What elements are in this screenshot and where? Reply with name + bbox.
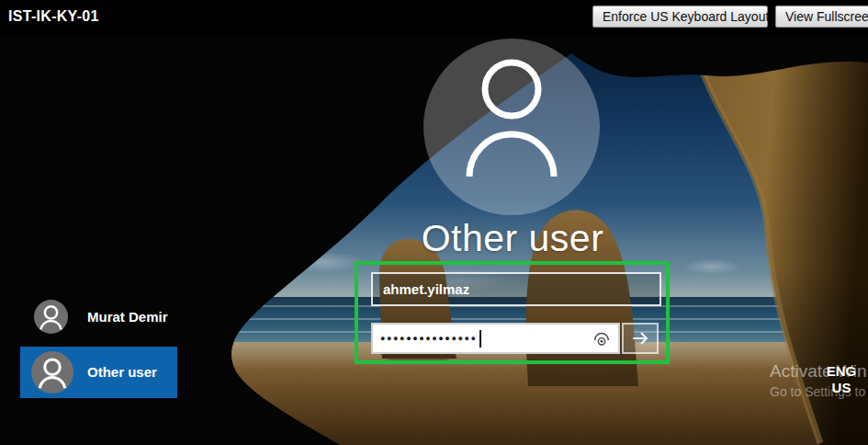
submit-password-button[interactable] — [622, 323, 659, 354]
language-code-label: ENG — [822, 363, 861, 380]
user-name-label: Murat Demir — [87, 309, 168, 325]
language-region-label: US — [822, 380, 861, 396]
person-icon — [423, 39, 600, 215]
person-icon — [31, 351, 73, 394]
avatar — [423, 39, 600, 215]
language-indicator[interactable]: ENG US — [822, 363, 861, 396]
user-name-label: Other user — [87, 364, 157, 380]
username-input[interactable] — [371, 272, 661, 306]
enforce-keyboard-button[interactable]: Enforce US Keyboard Layout — [592, 6, 768, 28]
page-title: Other user — [356, 217, 669, 260]
user-list-item-murat-demir[interactable]: Murat Demir — [20, 296, 177, 340]
user-list-item-other-user[interactable]: Other user — [20, 347, 177, 398]
text-caret — [479, 330, 481, 348]
top-toolbar: IST-IK-KY-01 Enforce US Keyboard Layout … — [0, 0, 868, 37]
reveal-password-icon[interactable] — [592, 329, 612, 349]
view-fullscreen-button[interactable]: View Fullscreen — [775, 6, 868, 28]
user-avatar — [34, 300, 68, 334]
user-avatar — [31, 351, 73, 394]
password-input[interactable]: ●●●●●●●●●●●●●●● — [371, 323, 620, 354]
login-screen: IST-IK-KY-01 Enforce US Keyboard Layout … — [0, 0, 868, 445]
host-label: IST-IK-KY-01 — [8, 8, 99, 25]
right-arrow-icon — [629, 327, 651, 349]
password-dots: ●●●●●●●●●●●●●●● — [380, 335, 478, 343]
person-icon — [34, 300, 68, 334]
